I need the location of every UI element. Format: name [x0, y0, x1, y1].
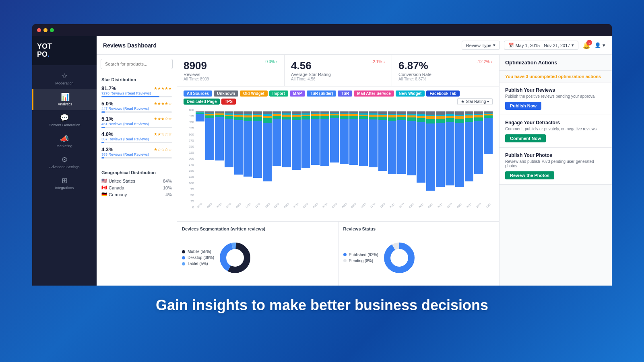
date-range-filter[interactable]: 📅 May 1, 2015 - Nov 21, 2017 ▾: [504, 41, 579, 50]
read-reviews-link[interactable]: 383 Reviews (Read Reviews): [101, 152, 172, 156]
geo-row: 🇩🇪 Germany 4%: [101, 192, 172, 197]
center-panel: 8909 0.3% ↑ Reviews All Time: 8909 4.56 …: [177, 55, 499, 286]
opt-action-button[interactable]: Comment Now: [505, 134, 546, 142]
optimization-card: Publish Your Photos Review and publish 7…: [500, 148, 612, 185]
filter-tag[interactable]: Import: [269, 90, 288, 97]
stat-value: 8909: [184, 60, 207, 72]
browser-bar: [32, 24, 612, 36]
bar-group: 09/16: [349, 111, 358, 209]
integrations-icon: ⊞: [62, 177, 68, 184]
bar-segment: [378, 120, 387, 171]
optimization-header: Optimization Actions: [500, 55, 612, 71]
opt-action-button[interactable]: Review the Photos: [505, 171, 554, 179]
sidebar-item-advanced[interactable]: ⚙ Advanced Settings: [32, 152, 97, 173]
opt-card-desc: Comment, publicly or privately, on negat…: [505, 127, 606, 131]
chart-area: All SourcesUnknownOld WidgetImportMAPTSR…: [177, 86, 499, 221]
geo-row: 🇨🇦 Canada 10%: [101, 185, 172, 190]
y-axis-label: 400: [189, 108, 194, 112]
star-bar-fill: [101, 142, 104, 143]
bar-segment: [244, 121, 252, 176]
review-type-filter[interactable]: Review Type ▾: [462, 41, 500, 50]
bar-segment: [330, 115, 339, 118]
geo-pct: 4%: [165, 192, 172, 197]
bar-group: 05/15: [196, 111, 204, 209]
bar-segment: [378, 117, 387, 120]
header-controls: Review Type ▾ 📅 May 1, 2015 - Nov 21, 20…: [462, 41, 605, 50]
filter-tag[interactable]: New Widget: [396, 90, 425, 97]
sidebar-item-label: Analytics: [58, 102, 72, 106]
bar-group: 04/17: [417, 111, 425, 209]
bar-stack: [282, 111, 291, 206]
filter-tag[interactable]: Unknown: [214, 90, 238, 97]
filter-tag[interactable]: TSR (Slider): [307, 90, 336, 97]
filter-tag[interactable]: TPS: [221, 99, 235, 105]
geo-distribution-title: Geographical Distribution: [101, 170, 172, 175]
star-rating-button[interactable]: ★ Star Rating ▾: [457, 98, 493, 105]
filter-tag[interactable]: Old Widget: [240, 90, 268, 97]
sidebar-item-analytics[interactable]: 📊 Analytics: [32, 89, 97, 110]
app-container: YOTPO. ☆ Moderation 📊 Analytics 💬 Conten…: [32, 36, 612, 286]
content-icon: 💬: [60, 114, 69, 121]
star-icons: ★★★☆☆: [154, 117, 172, 121]
bar-stack: [349, 111, 358, 206]
read-reviews-link[interactable]: 451 Reviews (Read Reviews): [101, 122, 172, 126]
opt-action-button[interactable]: Publish Now: [505, 102, 541, 110]
search-input[interactable]: [101, 59, 173, 69]
filter-tag[interactable]: TSR: [338, 90, 352, 97]
filter-tag[interactable]: All Sources: [184, 90, 212, 97]
geo-distribution-section: Geographical Distribution 🇺🇸 United Stat…: [97, 166, 177, 203]
bar-segment: [455, 123, 464, 187]
read-reviews-link[interactable]: 7276 Reviews (Read Reviews): [101, 91, 172, 95]
maximize-dot[interactable]: [50, 28, 54, 32]
sidebar-item-moderation[interactable]: ☆ Moderation: [32, 68, 97, 89]
device-panel-content: Mobile (58%) Desktop (38%) Tablet (5%): [182, 234, 333, 281]
filter-tag[interactable]: Facebook Tab: [426, 90, 460, 97]
bar-group: 04/16: [301, 111, 310, 209]
stat-card: 6.87% -12.2% ↓ Conversion Rate All Time:…: [392, 55, 499, 86]
y-axis-label: 300: [189, 133, 194, 136]
sidebar-nav: ☆ Moderation 📊 Analytics 💬 Content Gener…: [32, 65, 97, 194]
bar-segment: [205, 115, 214, 118]
close-dot[interactable]: [37, 28, 41, 32]
y-axis-label: 75: [190, 187, 194, 191]
bar-segment: [205, 118, 214, 160]
minimize-dot[interactable]: [43, 28, 47, 32]
sidebar-item-content[interactable]: 💬 Content Generation: [32, 110, 97, 131]
bar-segment: [417, 118, 425, 122]
sidebar-item-marketing[interactable]: 📣 Marketing: [32, 131, 97, 152]
bar-segment: [301, 119, 310, 169]
legend-item: Desktop (38%): [182, 255, 214, 260]
status-donut-hole: [391, 250, 407, 266]
bar-group: 05/17: [426, 111, 435, 209]
star-pct: 81.7%: [101, 85, 116, 91]
sub-text: You have: [505, 74, 524, 79]
bar-segment: [311, 116, 320, 119]
bar-segment: [215, 117, 224, 160]
user-menu[interactable]: 👤 ▾: [594, 42, 605, 48]
y-axis-label: 150: [189, 169, 194, 173]
bar-group: 08/15: [225, 111, 233, 209]
star-row: 5.1% ★★★☆☆ 451 Reviews (Read Reviews): [101, 116, 172, 128]
bar-segment: [426, 119, 435, 123]
bar-stack: [330, 111, 339, 206]
y-axis-label: 25: [190, 200, 194, 203]
bar-stack: [215, 111, 224, 206]
reviews-status-title: Reviews Status: [343, 226, 495, 231]
bar-segment: [272, 119, 281, 166]
bar-segment: [436, 123, 445, 187]
chart-y-axis: 0255075100125150175200225250275300325350…: [184, 108, 196, 209]
read-reviews-link[interactable]: 357 Reviews (Read Reviews): [101, 137, 172, 141]
bottom-panels: Devices Segmentation (written reviews) M…: [177, 221, 499, 286]
star-pct: 4.3%: [101, 146, 114, 152]
bar-segment: [474, 117, 483, 121]
page-title: Reviews Dashboard: [103, 42, 157, 49]
y-axis-label: 100: [189, 181, 194, 185]
sidebar-item-integrations[interactable]: ⊞ Integrations: [32, 173, 97, 194]
read-reviews-link[interactable]: 447 Reviews (Read Reviews): [101, 107, 172, 111]
filter-tag[interactable]: Mail After Service: [354, 90, 394, 97]
filter-tag[interactable]: MAP: [290, 90, 305, 97]
filter-tag[interactable]: Dedicated Page: [184, 99, 220, 105]
notification-icon[interactable]: 🔔 2: [582, 41, 590, 49]
bar-group: 09/15: [234, 111, 243, 209]
notification-badge: 2: [586, 40, 592, 45]
